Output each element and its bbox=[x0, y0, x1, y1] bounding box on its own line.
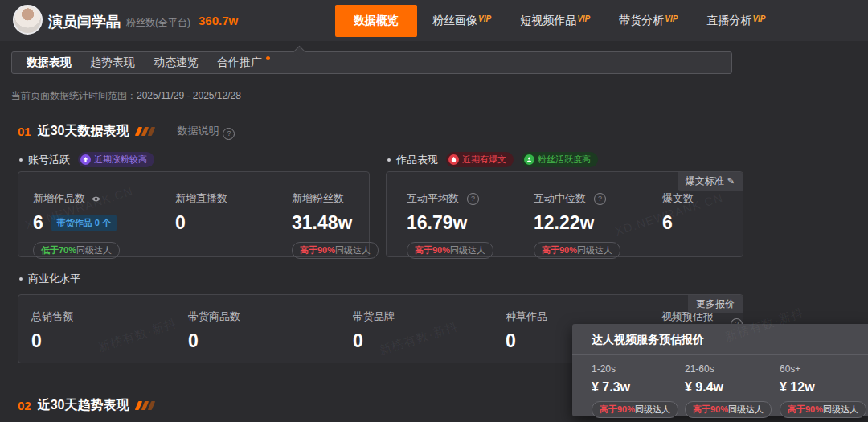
nav-label: 粉丝画像 bbox=[432, 14, 477, 28]
section-1-header: 01 近30天数据表现 数据说明? bbox=[18, 123, 235, 140]
stat-value: 0 bbox=[175, 212, 186, 234]
vip-badge: VIP bbox=[478, 14, 491, 23]
stat-value: 6 bbox=[662, 212, 673, 234]
peer-compare-pill: 高于90%同级达人 bbox=[292, 242, 379, 259]
stat-label: 互动中位数 bbox=[534, 191, 586, 206]
stat-label: 新增作品数 bbox=[33, 191, 85, 206]
stat-label: 总销售额 bbox=[31, 309, 73, 324]
nav-ecommerce-analysis[interactable]: 带货分析 VIP bbox=[619, 14, 678, 28]
account-activity-header: 账号活跃 近期涨粉较高 bbox=[19, 152, 154, 167]
quote-value: ¥ 9.4w bbox=[685, 380, 780, 395]
peer-compare-pill: 高于90%同级达人 bbox=[534, 242, 620, 259]
hot-works-badge-label: 近期有爆文 bbox=[462, 154, 506, 166]
peer-compare-pill: 高于90%同级达人 bbox=[780, 401, 866, 418]
nav-short-video[interactable]: 短视频作品 VIP bbox=[520, 14, 590, 28]
pill-prefix: 高于90% bbox=[600, 404, 635, 416]
peer-compare-pill: 高于90%同级达人 bbox=[407, 242, 493, 259]
section-title: 近30天数据表现 bbox=[38, 123, 129, 140]
ticks-icon bbox=[137, 127, 156, 136]
works-performance-header: 作品表现 近期有爆文 粉丝活跃度高 bbox=[387, 152, 598, 167]
section-2-header: 02 近30天趋势表现 bbox=[18, 397, 156, 414]
tabbar-notch bbox=[293, 46, 306, 59]
more-quotes-label: 更多报价 bbox=[696, 297, 735, 311]
pill-suffix: 同级达人 bbox=[635, 404, 670, 416]
nav-live-analysis[interactable]: 直播分析 VIP bbox=[706, 14, 765, 28]
nav-label: 带货分析 bbox=[619, 14, 664, 28]
section-number: 02 bbox=[18, 399, 31, 412]
stat-ecom-products: 带货商品数 0 bbox=[188, 309, 353, 352]
quote-value: ¥ 12w bbox=[780, 380, 868, 395]
stat-total-sales: 总销售额 0 bbox=[31, 309, 188, 352]
stat-value: 12.22w bbox=[534, 212, 594, 234]
pill-suffix: 同级达人 bbox=[335, 244, 371, 256]
peer-compare-pill: 低于70%同级达人 bbox=[33, 242, 120, 259]
fans-count: 360.7w bbox=[199, 14, 238, 27]
creator-name: 演员闫学晶 bbox=[48, 12, 121, 31]
commerce-header: 商业化水平 bbox=[19, 272, 80, 286]
date-range-value: 2025/11/29 - 2025/12/28 bbox=[137, 90, 241, 101]
pill-prefix: 高于90% bbox=[788, 404, 823, 416]
quote-21-60s: 21-60s ¥ 9.4w 高于90%同级达人 bbox=[685, 363, 780, 418]
tab-cooperation[interactable]: 合作推广 bbox=[217, 55, 262, 70]
quote-label: 1-20s bbox=[592, 363, 685, 375]
tab-data-performance[interactable]: 数据表现 bbox=[27, 55, 72, 70]
works-performance-card: 爆文标准 ✎ 互动平均数? 16.79w 高于90%同级达人 互动中位数? 12… bbox=[386, 171, 743, 257]
quote-1-20s: 1-20s ¥ 7.3w 高于90%同级达人 bbox=[592, 363, 685, 418]
stat-label: 互动平均数 bbox=[407, 191, 459, 206]
stat-label: 带货品牌 bbox=[353, 309, 395, 324]
stat-value: 6 bbox=[33, 212, 43, 234]
ecom-works-tag[interactable]: 带货作品 0 个 bbox=[51, 215, 117, 231]
popup-title: 达人视频服务预估报价 bbox=[572, 324, 868, 354]
bullet-icon bbox=[19, 277, 23, 281]
stat-label: 爆文数 bbox=[662, 191, 694, 206]
help-icon[interactable]: ? bbox=[223, 128, 235, 140]
stat-new-lives: 新增直播数 0 bbox=[175, 191, 292, 259]
hot-standard-label: 爆文标准 bbox=[686, 174, 724, 188]
vip-badge: VIP bbox=[665, 14, 678, 23]
date-range: 当前页面数据统计时间范围：2025/11/29 - 2025/12/28 bbox=[11, 89, 241, 103]
flame-icon bbox=[448, 154, 459, 165]
pill-prefix: 高于90% bbox=[415, 244, 450, 256]
nav-fan-portrait[interactable]: 粉丝画像 VIP bbox=[432, 14, 491, 28]
stat-avg-interaction: 互动平均数? 16.79w 高于90%同级达人 bbox=[407, 191, 534, 259]
nav-data-overview-button[interactable]: 数据概览 bbox=[335, 5, 417, 37]
stat-value: 16.79w bbox=[407, 212, 467, 234]
stat-median-interaction: 互动中位数? 12.22w 高于90%同级达人 bbox=[534, 191, 662, 259]
ticks-icon bbox=[137, 401, 156, 410]
vip-badge: VIP bbox=[752, 14, 765, 23]
pill-suffix: 同级达人 bbox=[823, 404, 858, 416]
top-header: 演员闫学晶 粉丝数(全平台) 360.7w 数据概览 粉丝画像 VIP 短视频作… bbox=[0, 0, 868, 41]
commerce-title: 商业化水平 bbox=[28, 272, 80, 286]
stat-value: 0 bbox=[31, 330, 42, 352]
new-feature-dot bbox=[266, 56, 270, 60]
quote-60s-plus: 60s+ ¥ 12w 高于90%同级达人 bbox=[780, 363, 868, 418]
section-number: 01 bbox=[18, 125, 31, 138]
fans-label: 粉丝数(全平台) bbox=[126, 16, 190, 30]
fan-growth-badge-label: 近期涨粉较高 bbox=[94, 154, 147, 166]
stat-new-fans: 新增粉丝数 31.48w 高于90%同级达人 bbox=[292, 191, 379, 259]
stat-value: 0 bbox=[506, 330, 516, 352]
fan-growth-badge: 近期涨粉较高 bbox=[78, 152, 154, 167]
avatar[interactable] bbox=[13, 5, 43, 35]
tab-activity-overview[interactable]: 动态速览 bbox=[154, 55, 199, 70]
quote-label: 21-60s bbox=[685, 363, 780, 375]
eye-icon[interactable] bbox=[91, 193, 101, 205]
hot-works-badge: 近期有爆文 bbox=[446, 152, 514, 167]
stat-value: 0 bbox=[353, 330, 363, 352]
stat-label: 新增直播数 bbox=[175, 191, 227, 206]
stat-label: 新增粉丝数 bbox=[292, 191, 344, 206]
video-quote-popup: 达人视频服务预估报价 1-20s ¥ 7.3w 高于90%同级达人 21-60s… bbox=[572, 324, 868, 416]
help-icon[interactable]: ? bbox=[467, 193, 479, 205]
help-icon[interactable]: ? bbox=[594, 193, 606, 205]
page: 演员闫学晶 粉丝数(全平台) 360.7w 数据概览 粉丝画像 VIP 短视频作… bbox=[0, 0, 868, 422]
stat-new-works: 新增作品数 6 带货作品 0 个 低于70%同级达人 bbox=[33, 191, 175, 259]
hot-standard-button[interactable]: 爆文标准 ✎ bbox=[678, 172, 743, 191]
data-notes-link[interactable]: 数据说明? bbox=[177, 124, 235, 140]
pill-suffix: 同级达人 bbox=[450, 244, 485, 256]
data-notes-label: 数据说明 bbox=[177, 125, 219, 137]
stat-ecom-brands: 带货品牌 0 bbox=[353, 309, 506, 352]
more-quotes-button[interactable]: 更多报价 bbox=[688, 295, 743, 313]
quote-label: 60s+ bbox=[780, 363, 868, 375]
nav-label: 短视频作品 bbox=[520, 14, 576, 28]
tab-trend-performance[interactable]: 趋势表现 bbox=[90, 55, 135, 70]
